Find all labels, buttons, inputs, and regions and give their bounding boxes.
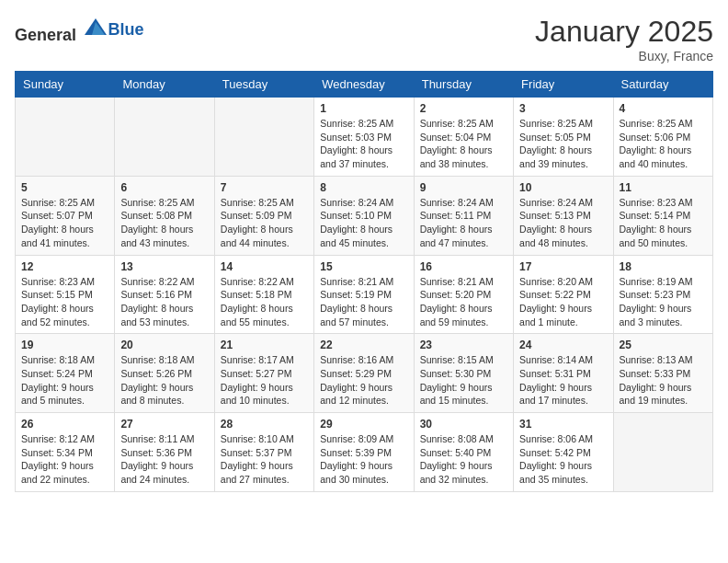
calendar-cell: 22Sunrise: 8:16 AM Sunset: 5:29 PM Dayli… (314, 334, 414, 413)
day-number: 29 (320, 418, 407, 431)
weekday-header-cell: Tuesday (214, 72, 313, 98)
day-info: Sunrise: 8:18 AM Sunset: 5:26 PM Dayligh… (120, 353, 208, 408)
day-info: Sunrise: 8:16 AM Sunset: 5:29 PM Dayligh… (320, 353, 407, 408)
calendar-cell: 7Sunrise: 8:25 AM Sunset: 5:09 PM Daylig… (214, 176, 313, 255)
day-number: 25 (620, 339, 707, 351)
calendar-cell: 20Sunrise: 8:18 AM Sunset: 5:26 PM Dayli… (115, 334, 214, 413)
day-number: 8 (320, 181, 407, 194)
calendar-cell: 4Sunrise: 8:25 AM Sunset: 5:06 PM Daylig… (613, 98, 712, 177)
day-info: Sunrise: 8:17 AM Sunset: 5:27 PM Dayligh… (221, 353, 308, 408)
calendar-cell: 23Sunrise: 8:15 AM Sunset: 5:30 PM Dayli… (414, 334, 513, 413)
calendar-body: 1Sunrise: 8:25 AM Sunset: 5:03 PM Daylig… (16, 98, 713, 492)
calendar-cell: 9Sunrise: 8:24 AM Sunset: 5:11 PM Daylig… (414, 176, 513, 255)
day-info: Sunrise: 8:15 AM Sunset: 5:30 PM Dayligh… (420, 353, 507, 408)
day-info: Sunrise: 8:20 AM Sunset: 5:22 PM Dayligh… (519, 275, 607, 329)
calendar-week-row: 26Sunrise: 8:12 AM Sunset: 5:34 PM Dayli… (16, 413, 713, 492)
day-number: 10 (519, 181, 607, 194)
month-title: January 2025 (535, 15, 713, 49)
day-number: 1 (320, 102, 407, 115)
weekday-header-cell: Thursday (414, 72, 513, 98)
day-number: 30 (420, 418, 507, 431)
calendar-cell: 5Sunrise: 8:25 AM Sunset: 5:07 PM Daylig… (16, 176, 115, 255)
day-number: 28 (221, 418, 308, 431)
calendar-cell: 11Sunrise: 8:23 AM Sunset: 5:14 PM Dayli… (613, 176, 712, 255)
calendar-cell: 28Sunrise: 8:10 AM Sunset: 5:37 PM Dayli… (214, 413, 313, 492)
calendar-cell: 16Sunrise: 8:21 AM Sunset: 5:20 PM Dayli… (414, 255, 513, 334)
calendar-week-row: 1Sunrise: 8:25 AM Sunset: 5:03 PM Daylig… (16, 98, 713, 177)
calendar-cell: 3Sunrise: 8:25 AM Sunset: 5:05 PM Daylig… (514, 98, 613, 177)
day-info: Sunrise: 8:13 AM Sunset: 5:33 PM Dayligh… (620, 353, 707, 408)
calendar-cell: 13Sunrise: 8:22 AM Sunset: 5:16 PM Dayli… (115, 255, 214, 334)
day-info: Sunrise: 8:11 AM Sunset: 5:36 PM Dayligh… (120, 432, 208, 487)
calendar-cell: 31Sunrise: 8:06 AM Sunset: 5:42 PM Dayli… (514, 413, 613, 492)
calendar-cell: 15Sunrise: 8:21 AM Sunset: 5:19 PM Dayli… (314, 255, 414, 334)
day-number: 5 (21, 181, 108, 194)
day-number: 15 (320, 260, 407, 273)
day-info: Sunrise: 8:08 AM Sunset: 5:40 PM Dayligh… (420, 432, 507, 487)
calendar-week-row: 19Sunrise: 8:18 AM Sunset: 5:24 PM Dayli… (16, 334, 713, 413)
weekday-header-row: SundayMondayTuesdayWednesdayThursdayFrid… (16, 72, 713, 98)
calendar-cell: 2Sunrise: 8:25 AM Sunset: 5:04 PM Daylig… (414, 98, 513, 177)
calendar-cell: 17Sunrise: 8:20 AM Sunset: 5:22 PM Dayli… (514, 255, 613, 334)
day-number: 20 (120, 339, 208, 351)
calendar-cell: 25Sunrise: 8:13 AM Sunset: 5:33 PM Dayli… (613, 334, 712, 413)
day-number: 22 (320, 339, 407, 351)
calendar-cell: 1Sunrise: 8:25 AM Sunset: 5:03 PM Daylig… (314, 98, 414, 177)
calendar-cell: 19Sunrise: 8:18 AM Sunset: 5:24 PM Dayli… (16, 334, 115, 413)
calendar-cell: 26Sunrise: 8:12 AM Sunset: 5:34 PM Dayli… (16, 413, 115, 492)
calendar-cell (16, 98, 115, 177)
day-info: Sunrise: 8:10 AM Sunset: 5:37 PM Dayligh… (221, 432, 308, 487)
calendar-week-row: 5Sunrise: 8:25 AM Sunset: 5:07 PM Daylig… (16, 176, 713, 255)
logo-icon (83, 15, 108, 40)
day-info: Sunrise: 8:22 AM Sunset: 5:18 PM Dayligh… (221, 275, 308, 329)
day-number: 4 (620, 102, 707, 115)
day-info: Sunrise: 8:22 AM Sunset: 5:16 PM Dayligh… (120, 275, 208, 329)
day-info: Sunrise: 8:18 AM Sunset: 5:24 PM Dayligh… (21, 353, 108, 408)
calendar-cell: 12Sunrise: 8:23 AM Sunset: 5:15 PM Dayli… (16, 255, 115, 334)
day-info: Sunrise: 8:25 AM Sunset: 5:07 PM Dayligh… (21, 196, 108, 250)
day-number: 12 (21, 260, 108, 273)
logo-general-text: General (15, 26, 76, 44)
day-number: 18 (620, 260, 707, 273)
weekday-header-cell: Wednesday (314, 72, 414, 98)
day-number: 21 (221, 339, 308, 351)
day-number: 2 (420, 102, 507, 115)
day-number: 9 (420, 181, 507, 194)
day-info: Sunrise: 8:19 AM Sunset: 5:23 PM Dayligh… (620, 275, 707, 329)
day-number: 26 (21, 418, 108, 431)
location: Buxy, France (535, 49, 713, 63)
calendar-cell (115, 98, 214, 177)
page-header: General Blue January 2025 Buxy, France (15, 15, 713, 63)
weekday-header-cell: Saturday (613, 72, 712, 98)
calendar-cell: 14Sunrise: 8:22 AM Sunset: 5:18 PM Dayli… (214, 255, 313, 334)
day-info: Sunrise: 8:21 AM Sunset: 5:19 PM Dayligh… (320, 275, 407, 329)
day-number: 31 (519, 418, 607, 431)
day-number: 13 (120, 260, 208, 273)
day-info: Sunrise: 8:14 AM Sunset: 5:31 PM Dayligh… (519, 353, 607, 408)
logo: General Blue (15, 15, 144, 45)
weekday-header-cell: Sunday (16, 72, 115, 98)
calendar-cell: 18Sunrise: 8:19 AM Sunset: 5:23 PM Dayli… (613, 255, 712, 334)
day-number: 19 (21, 339, 108, 351)
day-info: Sunrise: 8:24 AM Sunset: 5:13 PM Dayligh… (519, 196, 607, 250)
calendar-cell (214, 98, 313, 177)
weekday-header-cell: Friday (514, 72, 613, 98)
day-number: 6 (120, 181, 208, 194)
day-info: Sunrise: 8:25 AM Sunset: 5:09 PM Dayligh… (221, 196, 308, 250)
calendar-cell: 24Sunrise: 8:14 AM Sunset: 5:31 PM Dayli… (514, 334, 613, 413)
day-info: Sunrise: 8:23 AM Sunset: 5:15 PM Dayligh… (21, 275, 108, 329)
day-info: Sunrise: 8:25 AM Sunset: 5:06 PM Dayligh… (620, 117, 707, 171)
calendar-cell: 6Sunrise: 8:25 AM Sunset: 5:08 PM Daylig… (115, 176, 214, 255)
calendar-week-row: 12Sunrise: 8:23 AM Sunset: 5:15 PM Dayli… (16, 255, 713, 334)
day-info: Sunrise: 8:12 AM Sunset: 5:34 PM Dayligh… (21, 432, 108, 487)
day-number: 7 (221, 181, 308, 194)
day-info: Sunrise: 8:23 AM Sunset: 5:14 PM Dayligh… (620, 196, 707, 250)
day-info: Sunrise: 8:09 AM Sunset: 5:39 PM Dayligh… (320, 432, 407, 487)
day-number: 11 (620, 181, 707, 194)
day-info: Sunrise: 8:21 AM Sunset: 5:20 PM Dayligh… (420, 275, 507, 329)
day-number: 24 (519, 339, 607, 351)
calendar-cell: 21Sunrise: 8:17 AM Sunset: 5:27 PM Dayli… (214, 334, 313, 413)
day-number: 14 (221, 260, 308, 273)
logo-blue-text: Blue (108, 20, 144, 39)
day-info: Sunrise: 8:25 AM Sunset: 5:05 PM Dayligh… (519, 117, 607, 171)
